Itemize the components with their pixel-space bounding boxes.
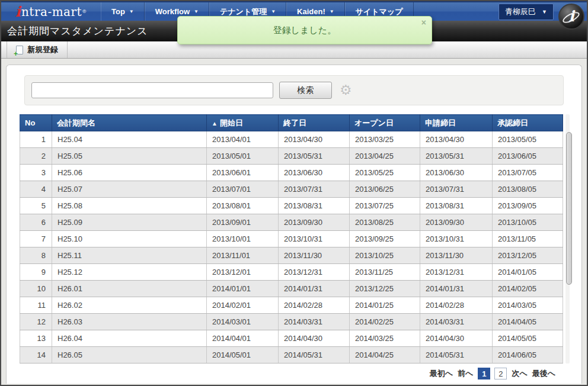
cell: 2013/11/05 bbox=[493, 231, 563, 247]
cell: 2013/04/25 bbox=[350, 148, 420, 165]
content-card: 検索 ⚙ No会計期間名▲開始日終了日オープン日申請締日承認締日 1H25.04… bbox=[6, 65, 582, 384]
cell: 2013/07/25 bbox=[350, 198, 420, 214]
cell: 2013/10/31 bbox=[279, 231, 350, 247]
table-row[interactable]: 7H25.102013/10/012013/10/312013/09/25201… bbox=[20, 231, 563, 247]
cell: 1 bbox=[20, 131, 52, 148]
cell: H26.03 bbox=[52, 314, 207, 330]
registered-mark: ® bbox=[82, 9, 87, 14]
table-row[interactable]: 10H26.012014/01/012014/01/312013/12/2520… bbox=[20, 281, 563, 297]
table-row[interactable]: 14H26.052014/05/012014/05/312014/04/2520… bbox=[20, 347, 563, 364]
cell: 2014/03/01 bbox=[207, 314, 279, 330]
cell: H25.05 bbox=[52, 148, 207, 165]
cell: 2014/02/25 bbox=[350, 314, 420, 330]
gear-icon[interactable]: ⚙ bbox=[340, 83, 352, 97]
table-row[interactable]: 13H26.042014/04/012014/04/302014/03/2520… bbox=[20, 330, 563, 347]
cell: H25.07 bbox=[52, 181, 207, 198]
table-row[interactable]: 3H25.062013/06/012013/06/302013/05/25201… bbox=[20, 165, 563, 181]
cell: 2013/07/31 bbox=[420, 181, 493, 198]
column-header[interactable]: 申請締日 bbox=[420, 115, 493, 131]
cell: 2014/04/30 bbox=[420, 330, 493, 347]
nav-item-top[interactable]: Top ▼ bbox=[101, 2, 145, 21]
cell: 2014/01/31 bbox=[420, 281, 493, 297]
cell: 2014/03/05 bbox=[493, 297, 563, 314]
table-row[interactable]: 5H25.082013/08/012013/08/312013/07/25201… bbox=[20, 198, 563, 214]
page-button-1[interactable]: 1 bbox=[478, 368, 490, 379]
column-header[interactable]: 会計期間名 bbox=[52, 115, 207, 131]
chevron-down-icon: ▼ bbox=[330, 9, 334, 14]
column-header[interactable]: No bbox=[20, 115, 52, 131]
cell: H25.04 bbox=[52, 131, 207, 148]
table-row[interactable]: 6H25.092013/09/012013/09/302013/08/25201… bbox=[20, 214, 563, 231]
pagination-last[interactable]: 最後へ bbox=[532, 368, 555, 379]
cell: 2 bbox=[20, 148, 52, 165]
cell: 2013/06/25 bbox=[350, 181, 420, 198]
cell: 2013/10/01 bbox=[207, 231, 279, 247]
table-row[interactable]: 8H25.112013/11/012013/11/302013/10/25201… bbox=[20, 247, 563, 264]
nav-item-label: Top bbox=[111, 7, 125, 16]
table-row[interactable]: 4H25.072013/07/012013/07/312013/06/25201… bbox=[20, 181, 563, 198]
vertical-scrollbar[interactable] bbox=[565, 114, 570, 364]
cell: 2013/12/05 bbox=[493, 247, 563, 264]
chevron-down-icon: ▼ bbox=[129, 9, 134, 14]
cell: 2014/04/25 bbox=[350, 347, 420, 364]
table-header-row: No会計期間名▲開始日終了日オープン日申請締日承認締日 bbox=[20, 115, 563, 131]
cell: 2013/05/31 bbox=[279, 148, 350, 165]
new-registration-button[interactable]: + 新規登録 bbox=[7, 41, 68, 58]
pagination-first[interactable]: 最初へ bbox=[430, 368, 453, 379]
cell: 6 bbox=[20, 214, 52, 231]
cell: H25.10 bbox=[52, 231, 207, 247]
cell: 2013/12/31 bbox=[420, 264, 493, 281]
cell: 2014/05/31 bbox=[279, 347, 350, 364]
cell: 2013/12/25 bbox=[350, 281, 420, 297]
column-header[interactable]: オープン日 bbox=[350, 115, 420, 131]
cell: 2014/01/31 bbox=[279, 281, 350, 297]
scrollbar-thumb[interactable] bbox=[566, 132, 572, 285]
cell: 2013/09/30 bbox=[420, 214, 493, 231]
sort-asc-icon: ▲ bbox=[212, 120, 218, 127]
cell: 2013/11/30 bbox=[420, 247, 493, 264]
cell: 2013/10/31 bbox=[420, 231, 493, 247]
page-button-2[interactable]: 2 bbox=[494, 368, 507, 379]
column-header[interactable]: 承認締日 bbox=[493, 115, 563, 131]
grid-area: No会計期間名▲開始日終了日オープン日申請締日承認締日 1H25.042013/… bbox=[20, 114, 570, 364]
table-row[interactable]: 11H26.022014/02/012014/02/282014/01/2520… bbox=[20, 297, 563, 314]
nav-item-label: Kaiden! bbox=[297, 7, 325, 16]
cell: 12 bbox=[20, 314, 52, 330]
column-header[interactable]: ▲開始日 bbox=[207, 115, 279, 131]
close-icon[interactable]: × bbox=[421, 18, 426, 27]
cell: H25.12 bbox=[52, 264, 207, 281]
cell: H25.06 bbox=[52, 165, 207, 181]
new-registration-label: 新規登録 bbox=[27, 44, 58, 55]
nav-item-label: Workflow bbox=[155, 7, 190, 16]
cell: H26.02 bbox=[52, 297, 207, 314]
table-row[interactable]: 9H25.122013/12/012013/12/312013/11/25201… bbox=[20, 264, 563, 281]
cell: 2013/06/05 bbox=[493, 148, 563, 165]
user-menu-button[interactable]: 青柳辰巳 ▼ bbox=[498, 4, 554, 20]
page-title: 会計期間マスタメンテナンス bbox=[7, 24, 148, 38]
cell: 2014/02/28 bbox=[420, 297, 493, 314]
table-row[interactable]: 12H26.032014/03/012014/03/312014/02/2520… bbox=[20, 314, 563, 330]
cell: 2013/12/31 bbox=[279, 264, 350, 281]
search-panel: 検索 ⚙ bbox=[24, 75, 564, 105]
chevron-down-icon: ▼ bbox=[271, 9, 276, 14]
cell: 2014/02/05 bbox=[493, 281, 563, 297]
cell: 14 bbox=[20, 347, 52, 364]
search-button[interactable]: 検索 bbox=[279, 82, 332, 99]
intra-mart-ball-logo: i bbox=[558, 4, 584, 30]
cell: 2013/11/25 bbox=[350, 264, 420, 281]
table-row[interactable]: 1H25.042013/04/012013/04/302013/03/25201… bbox=[20, 131, 563, 148]
cell: 2014/02/28 bbox=[279, 297, 350, 314]
cell: 2013/07/01 bbox=[207, 181, 279, 198]
table-row[interactable]: 2H25.052013/05/012013/05/312013/04/25201… bbox=[20, 148, 563, 165]
pagination-next[interactable]: 次へ bbox=[512, 368, 527, 379]
pagination-prev[interactable]: 前へ bbox=[458, 368, 473, 379]
cell: 2013/09/05 bbox=[493, 198, 563, 214]
search-input[interactable] bbox=[31, 82, 273, 98]
cell: 2014/02/01 bbox=[207, 297, 279, 314]
column-header[interactable]: 終了日 bbox=[279, 115, 350, 131]
cell: 2013/09/30 bbox=[279, 214, 350, 231]
cell: 5 bbox=[20, 198, 52, 214]
cell: 2014/06/05 bbox=[493, 347, 563, 364]
cell: 2013/06/30 bbox=[420, 165, 493, 181]
cell: 2013/06/30 bbox=[279, 165, 350, 181]
